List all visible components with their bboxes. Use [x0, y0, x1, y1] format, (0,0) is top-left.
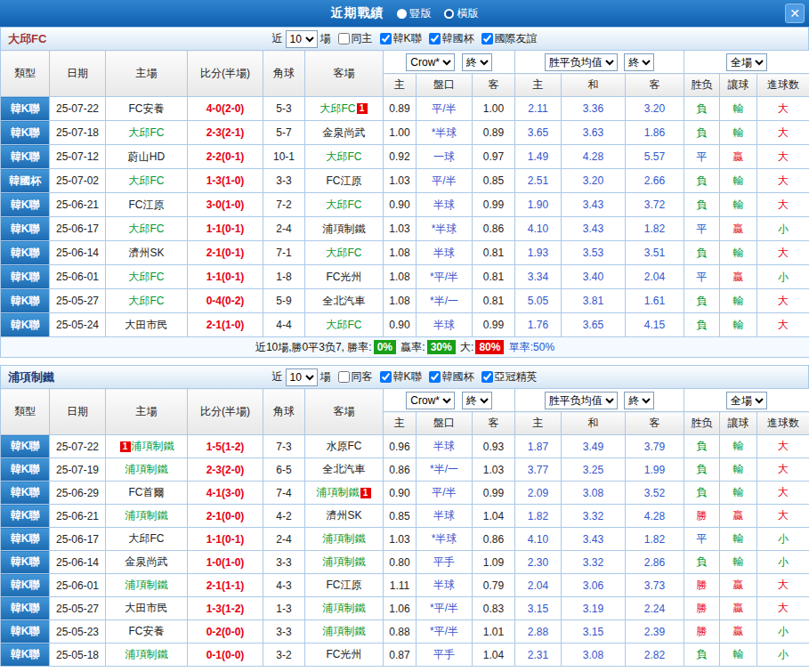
home-team-cell[interactable]: 濟州SK: [106, 241, 188, 265]
home-team-cell[interactable]: FC江原: [106, 193, 188, 217]
checkbox-input[interactable]: [337, 371, 349, 383]
team-link[interactable]: 金泉尚武: [323, 126, 366, 139]
odds-source-select[interactable]: Crow*: [406, 392, 455, 409]
checkbox-input[interactable]: [337, 33, 349, 45]
home-team-cell[interactable]: 浦項制鐵: [106, 505, 188, 528]
recent-count-select[interactable]: 10: [285, 368, 317, 386]
away-team-cell[interactable]: 浦項制鐵: [305, 597, 384, 620]
away-team-cell[interactable]: 全北汽車: [305, 289, 384, 313]
filter-checkbox-0[interactable]: 同客: [337, 369, 372, 385]
team-link[interactable]: 浦項制鐵: [323, 223, 366, 235]
home-team-cell[interactable]: 大邱FC: [106, 528, 188, 551]
team-link[interactable]: FC江原: [129, 198, 165, 211]
away-team-cell[interactable]: FC江原: [305, 169, 384, 193]
home-team-cell[interactable]: 1浦項制鐵: [106, 435, 188, 458]
team-link[interactable]: 浦項制鐵: [323, 555, 366, 568]
checkbox-input[interactable]: [481, 33, 493, 45]
home-team-cell[interactable]: 浦項制鐵: [106, 574, 188, 597]
odds-time-select[interactable]: 終: [462, 53, 492, 71]
team-link[interactable]: 浦項制鐵: [125, 579, 168, 591]
home-team-cell[interactable]: 大邱FC: [106, 169, 188, 193]
team-link[interactable]: 大田市民: [125, 319, 168, 331]
team-link[interactable]: 浦項制鐵: [323, 532, 366, 545]
team-link[interactable]: FC安養: [129, 625, 165, 637]
team-link[interactable]: 大邱FC: [129, 223, 165, 235]
away-team-cell[interactable]: 浦項制鐵: [305, 217, 384, 241]
team-link[interactable]: FC安養: [129, 102, 165, 115]
europe-time-select[interactable]: 終: [624, 53, 654, 71]
europe-odds-select[interactable]: 胜平负均值: [545, 53, 618, 71]
away-team-cell[interactable]: 水原FC: [305, 435, 384, 458]
filter-checkbox-1[interactable]: 韓K聯: [379, 31, 421, 46]
checkbox-input[interactable]: [379, 371, 391, 383]
home-team-cell[interactable]: 大邱FC: [106, 121, 188, 145]
away-team-cell[interactable]: 浦項制鐵: [305, 620, 384, 644]
away-team-cell[interactable]: 浦項制鐵1: [305, 482, 384, 505]
home-team-cell[interactable]: 金泉尚武: [106, 551, 188, 574]
checkbox-input[interactable]: [481, 371, 493, 383]
team-link[interactable]: 大邱FC: [129, 532, 165, 545]
home-team-cell[interactable]: FC安養: [106, 620, 188, 644]
recent-count-select[interactable]: 10: [285, 30, 317, 48]
home-team-cell[interactable]: 大田市民: [106, 313, 188, 337]
away-team-cell[interactable]: FC江原: [305, 574, 384, 597]
home-team-cell[interactable]: 蔚山HD: [106, 145, 188, 169]
team-link[interactable]: 全北汽車: [323, 295, 366, 307]
odds-source-select[interactable]: Crow*: [406, 53, 455, 71]
team-link[interactable]: 水原FC: [327, 440, 362, 452]
home-team-cell[interactable]: 浦項制鐵: [106, 644, 188, 667]
filter-checkbox-2[interactable]: 韓國杯: [429, 369, 474, 385]
home-team-cell[interactable]: 大邱FC: [106, 289, 188, 313]
away-team-cell[interactable]: 大邱FC1: [305, 97, 384, 121]
team-link[interactable]: FC光州: [327, 648, 362, 660]
away-team-cell[interactable]: FC光州: [305, 644, 384, 667]
team-link[interactable]: 浦項制鐵: [125, 509, 168, 522]
home-team-cell[interactable]: 大田市民: [106, 597, 188, 620]
team-link[interactable]: 大邱FC: [327, 198, 362, 211]
away-team-cell[interactable]: 大邱FC: [305, 241, 384, 265]
away-team-cell[interactable]: 金泉尚武: [305, 121, 384, 145]
team-link[interactable]: 濟州SK: [128, 247, 164, 259]
odds-time-select[interactable]: 終: [462, 392, 492, 409]
team-link[interactable]: 大邱FC: [327, 247, 362, 259]
team-link[interactable]: 浦項制鐵: [323, 625, 366, 637]
checkbox-input[interactable]: [379, 33, 391, 45]
europe-odds-select[interactable]: 胜平负均值: [545, 392, 618, 409]
home-team-cell[interactable]: FC首爾: [106, 482, 188, 505]
filter-checkbox-3[interactable]: 國際友誼: [481, 31, 538, 46]
team-link[interactable]: 大邱FC: [320, 102, 356, 115]
away-team-cell[interactable]: 全北汽車: [305, 458, 384, 482]
europe-time-select[interactable]: 終: [624, 392, 654, 409]
away-team-cell[interactable]: 濟州SK: [305, 505, 384, 528]
filter-checkbox-0[interactable]: 同主: [337, 31, 372, 46]
filter-checkbox-3[interactable]: 亞冠精英: [481, 369, 538, 385]
team-link[interactable]: 浦項制鐵: [132, 440, 174, 452]
scope-select[interactable]: 全場: [726, 53, 767, 71]
team-link[interactable]: 大邱FC: [129, 295, 165, 307]
scope-select[interactable]: 全場: [726, 392, 767, 409]
team-link[interactable]: 大邱FC: [327, 150, 362, 163]
team-link[interactable]: 大邱FC: [129, 271, 165, 283]
team-link[interactable]: 濟州SK: [326, 509, 361, 522]
team-link[interactable]: 浦項制鐵: [323, 602, 366, 614]
team-link[interactable]: 蔚山HD: [128, 150, 165, 163]
team-link[interactable]: FC江原: [327, 174, 362, 187]
home-team-cell[interactable]: 大邱FC: [106, 217, 188, 241]
team-link[interactable]: FC光州: [327, 271, 362, 283]
away-team-cell[interactable]: 浦項制鐵: [305, 551, 384, 574]
away-team-cell[interactable]: 大邱FC: [305, 145, 384, 169]
team-link[interactable]: 浦項制鐵: [125, 463, 168, 475]
team-link[interactable]: 浦項制鐵: [125, 648, 168, 660]
team-link[interactable]: 大邱FC: [327, 319, 362, 331]
team-link[interactable]: 大邱FC: [129, 126, 165, 139]
home-team-cell[interactable]: 浦項制鐵: [106, 458, 188, 482]
view-option-vertical[interactable]: 豎版: [397, 6, 432, 21]
team-link[interactable]: 大邱FC: [129, 174, 165, 187]
team-link[interactable]: 大田市民: [125, 602, 168, 614]
away-team-cell[interactable]: 浦項制鐵: [305, 528, 384, 551]
close-button[interactable]: ✕: [785, 4, 805, 23]
team-link[interactable]: FC首爾: [129, 486, 165, 498]
away-team-cell[interactable]: 大邱FC: [305, 193, 384, 217]
away-team-cell[interactable]: 大邱FC: [305, 313, 384, 337]
team-link[interactable]: 金泉尚武: [125, 555, 168, 568]
